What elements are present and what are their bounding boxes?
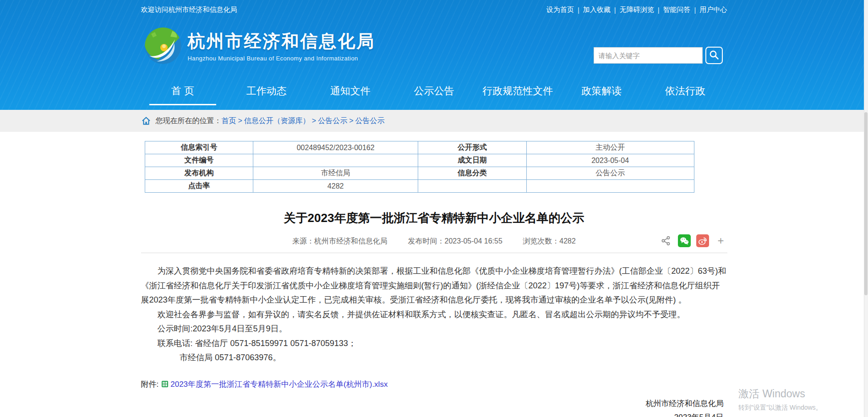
- topbar-link-user-center[interactable]: 用户中心: [700, 5, 727, 14]
- info-value: 4282: [253, 180, 418, 193]
- table-row: 发布机构 市经信局 信息分类 公告公示: [145, 167, 694, 180]
- breadcrumb-link-home[interactable]: 首页: [222, 116, 236, 126]
- breadcrumb-prefix: 您现在所在的位置：: [156, 116, 222, 126]
- topbar-links: 设为首页 | 加入收藏 | 无障碍浏览 | 智能问答 | 用户中心: [546, 5, 727, 14]
- info-value: 市经信局: [253, 167, 418, 180]
- article-signature-block: 杭州市经济和信息化局 2023年5月4日: [141, 397, 727, 417]
- share-icon[interactable]: [660, 234, 672, 247]
- site-title: 杭州市经济和信息化局: [188, 30, 376, 53]
- site-title-english: Hangzhou Municipal Bureau of Economy and…: [188, 55, 376, 62]
- main-nav: 首 页 工作动态 通知文件 公示公告 行政规范性文件 政策解读 依法行政: [141, 84, 727, 105]
- info-label: 成文日期: [418, 154, 527, 167]
- document-info-table: 信息索引号 002489452/2023-00162 公开形式 主动公开 文件编…: [145, 141, 694, 193]
- topbar-link-set-homepage[interactable]: 设为首页: [546, 5, 574, 14]
- scrollbar[interactable]: [864, 0, 868, 417]
- separator: |: [614, 6, 616, 14]
- article-source: 来源：杭州市经济和信息化局: [292, 237, 388, 245]
- info-label: 信息分类: [418, 167, 527, 180]
- article-title: 关于2023年度第一批浙江省专精特新中小企业名单的公示: [141, 210, 727, 226]
- paragraph: 联系电话: 省经信厅 0571-85159971 0571-87059133；: [141, 336, 727, 351]
- paragraph: 市经信局 0571-87063976。: [141, 351, 727, 365]
- nav-item-policy-interpretation[interactable]: 政策解读: [560, 84, 644, 105]
- paragraph: 欢迎社会各界参与监督，如有异议的，请实名反馈，并提供佐证材料和联系方式，以便核实…: [141, 308, 727, 322]
- info-value: [526, 180, 694, 193]
- attachment-row: 附件: 2023年度第一批浙江省专精特新中小企业公示名单(杭州市).xlsx: [141, 379, 727, 390]
- breadcrumb: 您现在所在的位置： 首页 > 信息公开（资源库） > 公告公示 > 公告公示: [141, 110, 727, 132]
- site-header: 欢迎访问杭州市经济和信息化局 设为首页 | 加入收藏 | 无障碍浏览 | 智能问…: [0, 0, 868, 110]
- search-icon: [709, 50, 719, 61]
- info-value: 002489452/2023-00162: [253, 141, 418, 154]
- separator: >: [349, 117, 353, 125]
- attachment-label: 附件:: [141, 379, 159, 390]
- more-share-icon[interactable]: +: [715, 234, 727, 247]
- separator: |: [694, 6, 696, 14]
- wechat-share-icon[interactable]: [678, 234, 691, 247]
- scrollbar-thumb[interactable]: [864, 112, 868, 295]
- info-label: 文件编号: [145, 154, 253, 167]
- excel-file-icon: [161, 380, 169, 388]
- article-meta: 来源：杭州市经济和信息化局 发布时间：2023-05-04 16:55 浏览次数…: [141, 234, 727, 248]
- topbar-link-accessibility[interactable]: 无障碍浏览: [620, 5, 654, 14]
- watermark-line1: 激活 Windows: [738, 387, 822, 401]
- windows-activation-watermark: 激活 Windows 转到"设置"以激活 Windows。: [738, 387, 822, 412]
- separator: |: [658, 6, 660, 14]
- separator: |: [578, 6, 579, 14]
- home-icon[interactable]: [141, 116, 151, 126]
- info-value: 主动公开: [526, 141, 694, 154]
- breadcrumb-link-announcements[interactable]: 公告公示: [318, 116, 347, 126]
- watermark-line2: 转到"设置"以激活 Windows。: [738, 404, 822, 412]
- separator: >: [312, 117, 316, 125]
- breadcrumb-link-info-disclosure[interactable]: 信息公开（资源库）: [244, 116, 310, 126]
- attachment-link[interactable]: 2023年度第一批浙江省专精特新中小企业公示名单(杭州市).xlsx: [170, 379, 388, 390]
- nav-item-notices[interactable]: 通知文件: [308, 84, 392, 105]
- info-label: [418, 180, 527, 193]
- table-row: 信息索引号 002489452/2023-00162 公开形式 主动公开: [145, 141, 694, 154]
- nav-item-announcements[interactable]: 公示公告: [392, 84, 476, 105]
- signature-org: 杭州市经济和信息化局: [141, 397, 724, 411]
- topbar-link-add-favorite[interactable]: 加入收藏: [583, 5, 611, 14]
- breadcrumb-link-current[interactable]: 公告公示: [355, 116, 385, 126]
- topbar-link-smart-qa[interactable]: 智能问答: [663, 5, 691, 14]
- paragraph: 为深入贯彻党中央国务院和省委省政府培育专精特新的决策部署，根据工业和信息化部《优…: [141, 264, 727, 308]
- separator: >: [238, 117, 242, 125]
- info-value: 2023-05-04: [526, 154, 694, 167]
- search-button[interactable]: [705, 47, 723, 64]
- nav-item-home[interactable]: 首 页: [141, 84, 225, 105]
- info-value: [253, 154, 418, 167]
- paragraph: 公示时间:2023年5月4日至5月9日。: [141, 322, 727, 336]
- table-row: 文件编号 成文日期 2023-05-04: [145, 154, 694, 167]
- nav-item-law-administration[interactable]: 依法行政: [644, 84, 727, 105]
- welcome-text: 欢迎访问杭州市经济和信息化局: [141, 5, 237, 14]
- table-row: 点击率 4282: [145, 180, 694, 193]
- topbar: 欢迎访问杭州市经济和信息化局 设为首页 | 加入收藏 | 无障碍浏览 | 智能问…: [0, 0, 868, 19]
- signature-date: 2023年5月4日: [141, 411, 724, 417]
- main-content: 信息索引号 002489452/2023-00162 公开形式 主动公开 文件编…: [141, 132, 727, 417]
- nav-item-work-news[interactable]: 工作动态: [224, 84, 308, 105]
- nav-item-regulatory-docs[interactable]: 行政规范性文件: [476, 84, 560, 105]
- article-body: 为深入贯彻党中央国务院和省委省政府培育专精特新的决策部署，根据工业和信息化部《优…: [141, 264, 727, 365]
- breadcrumb-bar: 您现在所在的位置： 首页 > 信息公开（资源库） > 公告公示 > 公告公示: [0, 110, 868, 132]
- meta-divider: [141, 253, 727, 253]
- share-toolbar: +: [660, 234, 727, 247]
- weibo-share-icon[interactable]: [696, 234, 709, 247]
- search-box: [594, 47, 723, 64]
- info-label: 点击率: [145, 180, 253, 193]
- info-label: 信息索引号: [145, 141, 253, 154]
- article-publish-time: 发布时间：2023-05-04 16:55: [408, 237, 502, 245]
- search-input[interactable]: [594, 47, 703, 64]
- article-view-count: 浏览次数：4282: [523, 237, 576, 245]
- info-label: 公开形式: [418, 141, 527, 154]
- info-value: 公告公示: [526, 167, 694, 180]
- info-label: 发布机构: [145, 167, 253, 180]
- bureau-logo-icon: [145, 27, 181, 64]
